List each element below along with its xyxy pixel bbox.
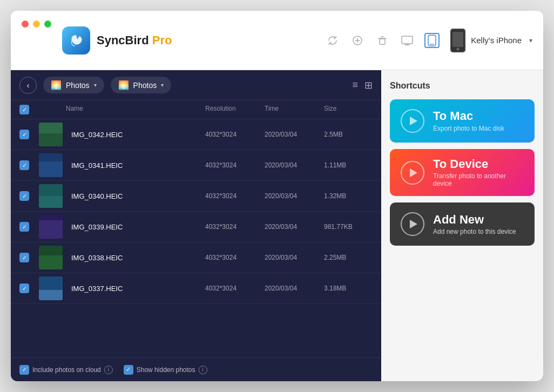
table-row[interactable]: ✓ IMG_0337.HEIC 4032*3024 2020/03/04 3.1… — [11, 273, 381, 304]
card-title-to-mac: To Mac — [433, 110, 504, 123]
thumbnail-0 — [39, 123, 63, 146]
minimize-button[interactable] — [33, 21, 40, 28]
row-checkbox-4[interactable]: ✓ — [19, 253, 29, 262]
phone-icon[interactable] — [424, 33, 440, 48]
time-column-header: Time — [265, 105, 324, 114]
time-4: 2020/03/04 — [265, 254, 324, 261]
select-all-checkbox[interactable]: ✓ — [19, 105, 29, 114]
close-button[interactable] — [22, 21, 29, 28]
thumbnail-2 — [39, 184, 63, 208]
thumbnail-4 — [39, 246, 63, 269]
time-3: 2020/03/04 — [265, 223, 324, 231]
toolbar-icons — [325, 33, 440, 48]
card-title-add-new: Add New — [433, 213, 516, 226]
source-tab[interactable]: 🌅 Photos ▾ — [43, 77, 104, 93]
play-triangle-to-mac — [410, 117, 417, 125]
table-row[interactable]: ✓ IMG_0340.HEIC 4032*3024 2020/03/04 1.3… — [11, 181, 381, 212]
resolution-1: 4032*3024 — [205, 161, 265, 169]
thumbnail-3 — [39, 215, 63, 239]
svg-rect-15 — [39, 133, 63, 146]
file-name-5: IMG_0337.HEIC — [66, 285, 205, 293]
table-rows-container: ✓ IMG_0342.HEIC 4032*3024 2020/03/04 2.5… — [11, 119, 381, 304]
card-play-button-to-device — [401, 161, 424, 185]
card-text-to-mac: To Mac Export photo to Mac disk — [433, 110, 504, 132]
show-hidden-option[interactable]: ✓ Show hidden photos i — [124, 365, 207, 375]
show-hidden-checkbox[interactable]: ✓ — [124, 365, 133, 375]
card-play-button-to-mac — [401, 109, 424, 133]
file-name-4: IMG_0338.HEIC — [66, 254, 205, 262]
shortcut-card-add-new[interactable]: Add New Add new photo to this device — [390, 202, 535, 246]
dest-tab[interactable]: 🌅 Photos ▾ — [111, 77, 172, 93]
card-text-to-device: To Device Transfer photo to another devi… — [433, 158, 524, 187]
grid-view-icon[interactable]: ⊞ — [364, 79, 373, 91]
add-icon[interactable] — [350, 33, 365, 48]
table-row[interactable]: ✓ IMG_0339.HEIC 4032*3024 2020/03/04 981… — [11, 212, 381, 242]
time-2: 2020/03/04 — [265, 192, 324, 200]
file-name-3: IMG_0339.HEIC — [66, 223, 205, 231]
dest-tab-label: Photos — [133, 81, 157, 90]
shortcut-card-to-device[interactable]: To Device Transfer photo to another devi… — [390, 149, 535, 196]
row-checkbox-3[interactable]: ✓ — [19, 222, 29, 232]
traffic-lights — [22, 21, 51, 28]
source-tab-chevron: ▾ — [94, 82, 97, 88]
table-row[interactable]: ✓ IMG_0341.HEIC 4032*3024 2020/03/04 1.1… — [11, 150, 381, 181]
file-name-2: IMG_0340.HEIC — [66, 192, 205, 200]
file-name-0: IMG_0342.HEIC — [66, 131, 205, 139]
size-2: 1.32MB — [324, 192, 373, 200]
card-subtitle-to-mac: Export photo to Mac disk — [433, 125, 504, 132]
card-title-to-device: To Device — [433, 158, 524, 171]
photos-icon-2: 🌅 — [118, 80, 129, 90]
show-hidden-info-icon[interactable]: i — [199, 366, 207, 374]
size-5: 3.18MB — [324, 285, 373, 292]
size-1: 1.11MB — [324, 161, 373, 169]
delete-icon[interactable] — [375, 33, 390, 48]
table-row[interactable]: ✓ IMG_0342.HEIC 4032*3024 2020/03/04 2.5… — [11, 119, 381, 150]
sub-toolbar: ‹ 🌅 Photos ▾ 🌅 Photos ▾ ≡ ⊞ — [11, 70, 381, 100]
back-button[interactable]: ‹ — [19, 77, 37, 94]
include-cloud-checkbox[interactable]: ✓ — [19, 365, 29, 375]
svg-rect-17 — [39, 161, 63, 177]
time-1: 2020/03/04 — [265, 161, 324, 169]
shortcut-card-to-mac[interactable]: To Mac Export photo to Mac disk — [390, 99, 535, 143]
resolution-column-header: Resolution — [205, 105, 265, 114]
resolution-3: 4032*3024 — [205, 223, 265, 231]
photos-icon-1: 🌅 — [51, 80, 62, 90]
app-window: SyncBird Pro — [11, 11, 543, 381]
main-content: ‹ 🌅 Photos ▾ 🌅 Photos ▾ ≡ ⊞ — [11, 70, 543, 381]
play-triangle-to-device — [410, 168, 417, 177]
row-checkbox-2[interactable]: ✓ — [19, 191, 29, 201]
show-hidden-label: Show hidden photos — [137, 366, 195, 374]
refresh-icon[interactable] — [325, 33, 340, 48]
svg-point-13 — [457, 48, 460, 50]
device-selector[interactable]: Kelly's iPhone ▾ — [450, 29, 532, 52]
row-checkbox-0[interactable]: ✓ — [19, 130, 29, 139]
shortcuts-panel: Shortcuts To Mac Export photo to Mac dis… — [381, 70, 543, 381]
device-name-label: Kelly's iPhone — [471, 36, 522, 45]
size-0: 2.5MB — [324, 131, 373, 138]
time-0: 2020/03/04 — [265, 131, 324, 138]
include-cloud-info-icon[interactable]: i — [104, 366, 113, 374]
row-checkbox-1[interactable]: ✓ — [19, 160, 29, 170]
time-5: 2020/03/04 — [265, 285, 324, 292]
monitor-icon[interactable] — [400, 33, 415, 48]
file-name-1: IMG_0341.HEIC — [66, 161, 205, 170]
app-title: SyncBird Pro — [97, 33, 172, 48]
left-panel: ‹ 🌅 Photos ▾ 🌅 Photos ▾ ≡ ⊞ — [11, 70, 381, 381]
maximize-button[interactable] — [44, 21, 51, 28]
table-header: ✓ Name Resolution Time Size — [11, 100, 381, 119]
thumbnail-1 — [39, 153, 63, 177]
size-3: 981.77KB — [324, 223, 373, 231]
resolution-0: 4032*3024 — [205, 131, 265, 138]
list-view-icon[interactable]: ≡ — [352, 79, 358, 91]
svg-rect-23 — [39, 255, 63, 269]
include-cloud-option[interactable]: ✓ Include photos on cloud i — [19, 365, 113, 375]
resolution-2: 4032*3024 — [205, 192, 265, 200]
shortcut-cards-container: To Mac Export photo to Mac disk To Devic… — [390, 99, 535, 252]
table-row[interactable]: ✓ IMG_0338.HEIC 4032*3024 2020/03/04 2.2… — [11, 242, 381, 273]
card-text-add-new: Add New Add new photo to this device — [433, 213, 516, 235]
svg-rect-12 — [452, 32, 463, 47]
thumbnail-5 — [39, 276, 63, 300]
shortcuts-title: Shortcuts — [390, 81, 535, 91]
card-subtitle-to-device: Transfer photo to another device — [433, 172, 524, 187]
row-checkbox-5[interactable]: ✓ — [19, 283, 29, 293]
